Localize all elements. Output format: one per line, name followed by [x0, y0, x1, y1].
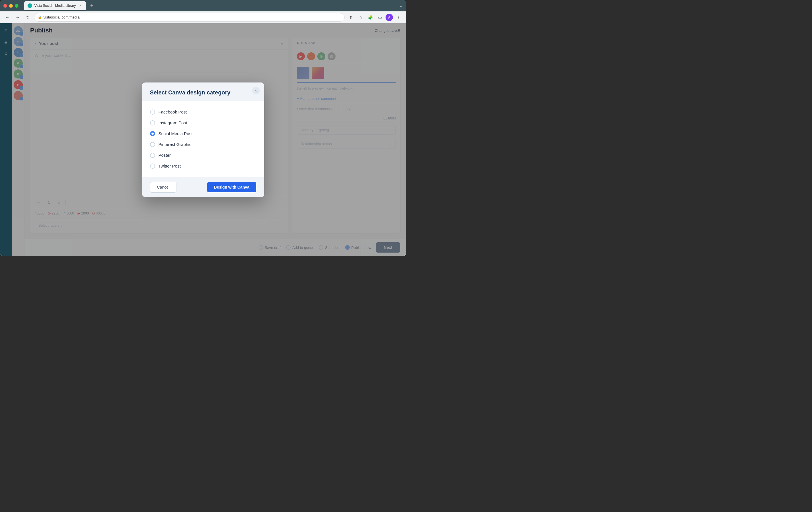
tab-favicon [28, 3, 32, 8]
option-pinterest-graphic[interactable]: Pinterest Graphic [150, 139, 256, 150]
option-instagram-post[interactable]: Instagram Post [150, 117, 256, 128]
radio-inner-dot [151, 133, 154, 135]
social-media-post-radio[interactable] [150, 131, 155, 136]
share-icon[interactable]: ⬆ [347, 14, 355, 21]
cancel-button[interactable]: Cancel [150, 182, 177, 193]
social-media-post-label: Social Media Post [158, 131, 193, 136]
maximize-traffic-light[interactable] [15, 4, 19, 8]
modal-header: Select Canva design category × [142, 82, 264, 101]
twitter-post-label: Twitter Post [158, 164, 181, 168]
profile-avatar[interactable]: A [385, 14, 393, 21]
twitter-post-radio[interactable] [150, 164, 155, 169]
facebook-post-radio[interactable] [150, 109, 155, 115]
option-social-media-post[interactable]: Social Media Post [150, 128, 256, 139]
forward-button[interactable]: → [13, 14, 22, 21]
tab-close-button[interactable]: × [78, 3, 83, 8]
tab-title: Vista Social - Media Library [34, 4, 76, 8]
pinterest-graphic-radio[interactable] [150, 142, 155, 147]
pinterest-graphic-label: Pinterest Graphic [158, 142, 192, 147]
traffic-lights [3, 4, 19, 8]
back-button[interactable]: ← [3, 14, 11, 21]
url-text: vistasocial.com/media [44, 15, 80, 19]
toolbar-right: ⬆ ☆ 🧩 ▭ A ⋮ [347, 14, 403, 21]
active-tab[interactable]: Vista Social - Media Library × [24, 1, 86, 10]
poster-label: Poster [158, 153, 171, 158]
poster-radio[interactable] [150, 153, 155, 158]
facebook-post-label: Facebook Post [158, 109, 187, 114]
option-poster[interactable]: Poster [150, 150, 256, 161]
new-tab-button[interactable]: + [88, 2, 96, 10]
browser-chevron-icon[interactable]: ⌄ [399, 3, 403, 8]
browser-toolbar: ← → ↻ 🔒 vistasocial.com/media ⬆ ☆ 🧩 ▭ A … [0, 11, 406, 23]
lock-icon: 🔒 [38, 16, 42, 19]
browser-window: Vista Social - Media Library × + ⌄ ← → ↻… [0, 0, 406, 256]
modal-close-button[interactable]: × [252, 87, 260, 95]
tab-bar: Vista Social - Media Library × + [24, 1, 397, 10]
bookmark-icon[interactable]: ☆ [356, 14, 365, 21]
browser-titlebar: Vista Social - Media Library × + ⌄ [0, 0, 406, 11]
modal-footer: Cancel Design with Canva [142, 177, 264, 197]
profile-toggle-icon[interactable]: ▭ [376, 14, 384, 21]
minimize-traffic-light[interactable] [9, 4, 13, 8]
option-facebook-post[interactable]: Facebook Post [150, 107, 256, 117]
refresh-button[interactable]: ↻ [24, 14, 32, 21]
modal-overlay: Select Canva design category × Facebook … [0, 23, 406, 256]
close-traffic-light[interactable] [3, 4, 7, 8]
extensions-icon[interactable]: 🧩 [366, 14, 374, 21]
more-menu-icon[interactable]: ⋮ [395, 14, 403, 21]
instagram-post-radio[interactable] [150, 120, 155, 126]
option-twitter-post[interactable]: Twitter Post [150, 161, 256, 171]
instagram-post-label: Instagram Post [158, 120, 187, 125]
canva-category-modal: Select Canva design category × Facebook … [142, 82, 264, 197]
modal-title: Select Canva design category [150, 89, 256, 96]
address-bar[interactable]: 🔒 vistasocial.com/media [34, 13, 345, 22]
page-content: ☰ ◈ ⚙ JC F in G G [0, 23, 406, 256]
modal-body: Facebook Post Instagram Post Social Medi… [142, 101, 264, 177]
design-with-canva-button[interactable]: Design with Canva [207, 182, 256, 192]
